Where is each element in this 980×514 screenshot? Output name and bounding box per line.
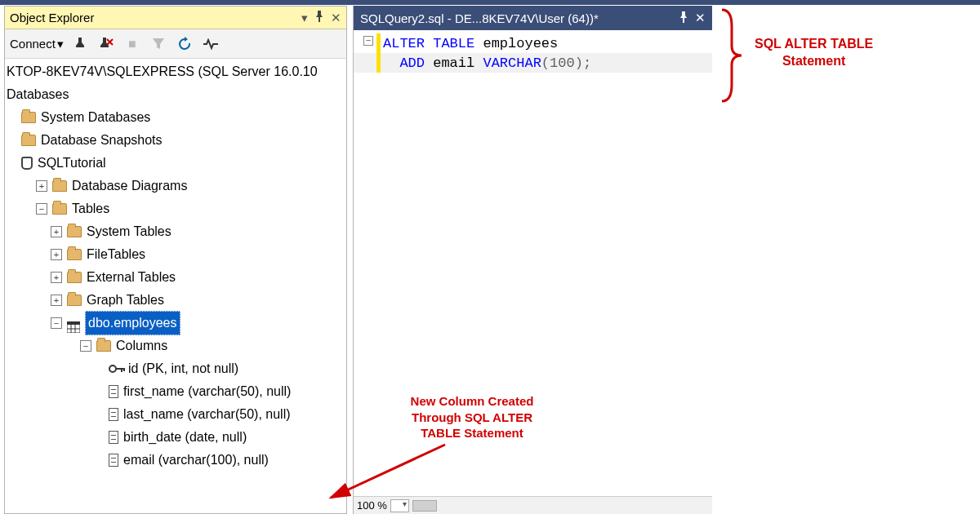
external-tables-node[interactable]: + External Tables: [7, 266, 345, 289]
editor-status-bar: 100 %: [354, 496, 712, 514]
filetables-node[interactable]: + FileTables: [7, 243, 345, 266]
dropdown-icon[interactable]: ▾: [301, 11, 308, 25]
annotation-brace: [717, 7, 746, 104]
folder-icon: [21, 135, 36, 146]
dbo-employees-label[interactable]: dbo.employees: [85, 311, 180, 335]
folder-icon: [67, 249, 82, 260]
dbo-employees-node[interactable]: − dbo.employees: [7, 312, 345, 335]
expand-icon[interactable]: +: [36, 180, 47, 192]
expand-icon[interactable]: +: [51, 272, 62, 283]
zoom-level: 100 %: [357, 499, 387, 512]
collapse-icon[interactable]: −: [80, 340, 91, 352]
system-tables-node[interactable]: + System Tables: [7, 220, 345, 243]
tables-node[interactable]: − Tables: [7, 197, 345, 220]
table-icon: [67, 317, 80, 329]
folder-icon: [67, 295, 82, 306]
column-first-name-node[interactable]: first_name (varchar(50), null): [7, 380, 345, 403]
folder-icon: [67, 226, 82, 237]
folder-icon: [21, 112, 36, 123]
keep-open-icon[interactable]: [679, 11, 688, 25]
folder-icon: [52, 203, 67, 215]
column-icon: [109, 454, 118, 467]
collapse-icon[interactable]: −: [51, 317, 62, 329]
column-last-name-node[interactable]: last_name (varchar(50), null): [7, 403, 345, 426]
column-id-node[interactable]: id (PK, int, not null): [7, 357, 345, 380]
expand-icon[interactable]: +: [51, 249, 62, 260]
connect-button[interactable]: Connect▾: [10, 37, 64, 51]
close-tab-icon[interactable]: ✕: [695, 11, 706, 25]
annotation-alter-table: SQL ALTER TABLE Statement: [755, 36, 873, 70]
column-icon: [109, 385, 118, 398]
expand-icon[interactable]: +: [51, 295, 62, 306]
editor-tab-title: SQLQuery2.sql - DE...8KEV74V\User (64))*: [360, 11, 672, 25]
svg-rect-3: [67, 321, 80, 325]
activity-icon[interactable]: [201, 38, 220, 50]
sqltutorial-db-node[interactable]: SQLTutorial: [7, 152, 345, 175]
stop-icon[interactable]: ■: [122, 37, 142, 51]
code-line-2[interactable]: ADD email VARCHAR(100);: [354, 53, 712, 73]
object-explorer-panel: Object Explorer ▾ ✕ Connect▾ ■: [4, 6, 347, 514]
object-explorer-title: Object Explorer: [10, 11, 296, 24]
annotation-new-column: New Column Created Through SQL ALTER TAB…: [390, 393, 554, 441]
disconnect-icon[interactable]: [96, 38, 116, 51]
expand-icon[interactable]: +: [51, 226, 62, 237]
column-icon: [109, 408, 118, 421]
graph-tables-node[interactable]: + Graph Tables: [7, 289, 345, 312]
svg-point-7: [109, 366, 116, 372]
object-explorer-toolbar: Connect▾ ■: [5, 29, 346, 59]
column-icon: [109, 431, 118, 444]
svg-rect-9: [121, 368, 122, 372]
svg-rect-10: [123, 368, 125, 371]
folder-icon: [52, 180, 67, 192]
databases-node[interactable]: Databases: [7, 83, 345, 106]
database-diagrams-node[interactable]: + Database Diagrams: [7, 175, 345, 197]
column-email-node[interactable]: email (varchar(100), null): [7, 449, 345, 472]
editor-tab[interactable]: SQLQuery2.sql - DE...8KEV74V\User (64))*…: [354, 6, 712, 30]
database-snapshots-node[interactable]: Database Snapshots: [7, 129, 345, 152]
code-line-1[interactable]: ALTER TABLE employees: [354, 33, 712, 53]
column-birth-date-node[interactable]: birth_date (date, null): [7, 426, 345, 449]
database-icon: [21, 157, 33, 170]
columns-node[interactable]: − Columns: [7, 335, 345, 357]
key-icon: [109, 363, 125, 374]
object-explorer-header: Object Explorer ▾ ✕: [5, 7, 346, 29]
system-databases-node[interactable]: System Databases: [7, 106, 345, 129]
folder-icon: [96, 340, 111, 352]
server-node[interactable]: KTOP-8KEV74V\SQLEXPRESS (SQL Server 16.0…: [7, 60, 345, 83]
object-explorer-tree[interactable]: KTOP-8KEV74V\SQLEXPRESS (SQL Server 16.0…: [5, 59, 346, 513]
folder-icon: [67, 272, 82, 283]
svg-rect-8: [115, 368, 124, 370]
close-icon[interactable]: ✕: [331, 11, 341, 25]
refresh-icon[interactable]: [175, 37, 194, 51]
filter-icon[interactable]: [149, 38, 168, 50]
connect-icon[interactable]: [70, 38, 90, 51]
pin-icon[interactable]: [314, 11, 324, 24]
collapse-icon[interactable]: −: [36, 203, 47, 215]
zoom-select[interactable]: [390, 499, 409, 512]
horizontal-scroll-thumb[interactable]: [412, 500, 437, 512]
